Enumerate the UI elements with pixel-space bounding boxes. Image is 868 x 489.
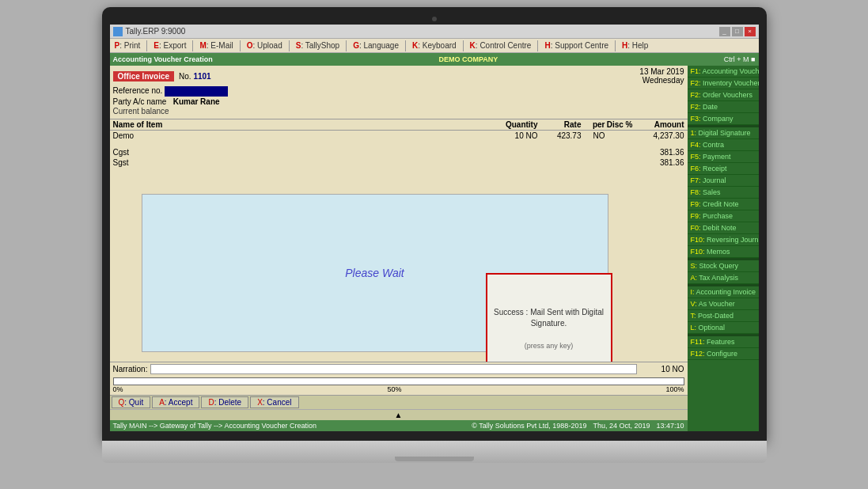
press-any-key: (press any key) — [525, 342, 574, 350]
status-bar: Tally MAIN --> Gateway of Tally --> Acco… — [110, 420, 688, 431]
table-row: Sgst 381.36 — [110, 157, 688, 168]
title-bar: Tally.ERP 9:9000 _ □ × — [110, 25, 759, 39]
sidebar-item-receipt[interactable]: F6: Receipt — [688, 163, 759, 175]
item-qty-demo: 10 NO — [491, 131, 538, 140]
party-row: Party A/c name Kumar Rane — [113, 97, 684, 106]
col-header-rate: Rate — [538, 120, 582, 129]
sidebar-item-order-vouchers[interactable]: F2: Order Vouchers — [688, 89, 759, 101]
invoice-date: 13 Mar 2019 Wednesday — [639, 67, 684, 85]
please-wait-text: Please Wait — [345, 267, 404, 279]
minimize-btn[interactable]: _ — [719, 27, 730, 36]
sidebar-item-tax-analysis[interactable]: A: Tax Analysis — [688, 272, 759, 284]
col-header-name: Name of Item — [113, 120, 491, 129]
table-row — [110, 141, 688, 147]
menu-support[interactable]: H: Support Centre — [540, 40, 613, 51]
item-name-demo: Demo — [113, 131, 491, 140]
item-amt-cgst: 381.36 — [633, 148, 684, 157]
balance-row: Current balance — [113, 107, 684, 116]
item-name-cgst: Cgst — [113, 148, 491, 157]
sidebar-item-digital-signature[interactable]: 1: Digital Signature — [688, 127, 759, 139]
sidebar-item-company[interactable]: F3: Company — [688, 113, 759, 125]
item-rate-demo: 423.73 — [538, 131, 582, 140]
content-area: Office Invoice No. 1101 13 Mar 2019 Wedn… — [110, 66, 688, 431]
item-disc-demo — [605, 131, 633, 140]
sidebar-item-inventory-vouchers[interactable]: F2: Inventory Vouchers — [688, 78, 759, 89]
sidebar-item-sales[interactable]: F8: Sales — [688, 187, 759, 199]
progress-bar — [113, 377, 684, 385]
company-name: DEMO COMPANY — [438, 55, 498, 63]
header-ctrl: Ctrl + M ■ — [724, 55, 756, 63]
sidebar-item-accounting-invoice[interactable]: I: Accounting Invoice — [688, 286, 759, 298]
cancel-button[interactable]: X: Cancel — [250, 396, 298, 408]
menu-email[interactable]: M: E-Mail — [195, 40, 237, 51]
narration-qty: 10 NO — [637, 365, 684, 373]
narration-label: Narration: — [113, 365, 148, 373]
status-right: © Tally Solutions Pvt Ltd, 1988-2019 Thu… — [472, 422, 684, 430]
menu-print[interactable]: P: Print — [110, 40, 146, 51]
progress-area: 0% 50% 100% — [110, 376, 688, 395]
menu-tallyshop[interactable]: S: TallyShop — [291, 40, 344, 51]
tally-screen: Tally.ERP 9:9000 _ □ × P: Print E: Expor… — [110, 25, 759, 431]
header-bar: Accounting Voucher Creation DEMO COMPANY… — [110, 53, 759, 66]
menu-help[interactable]: H: Help — [617, 40, 653, 51]
table-row: Cgst 381.36 — [110, 147, 688, 157]
maximize-btn[interactable]: □ — [732, 27, 743, 36]
sidebar-item-stock-query[interactable]: S: Stock Query — [688, 260, 759, 272]
table-row: Demo 10 NO 423.73 NO 4,237.30 — [110, 131, 688, 141]
narration-row: Narration: 10 NO — [110, 362, 688, 376]
sidebar-item-post-dated[interactable]: T: Post-Dated — [688, 310, 759, 322]
success-dialog: Success : Mail Sent with Digital Signatu… — [486, 273, 612, 362]
sidebar-item-features[interactable]: F11: Features — [688, 336, 759, 348]
menu-upload[interactable]: O: Upload — [242, 40, 287, 51]
sidebar-item-as-voucher[interactable]: V: As Voucher — [688, 298, 759, 310]
voucher-creation-label: Accounting Voucher Creation — [113, 55, 213, 63]
menu-bar: P: Print E: Export M: E-Mail O: Upload S… — [110, 39, 759, 53]
sidebar-item-date[interactable]: F2: Date — [688, 101, 759, 113]
sidebar-item-credit-note[interactable]: F9: Credit Note — [688, 199, 759, 210]
scroll-indicator: ▲ — [110, 409, 688, 420]
quit-button[interactable]: Q: Quit — [112, 396, 151, 408]
date-text: Thu, 24 Oct, 2019 — [593, 422, 650, 430]
trackpad-notch — [395, 457, 474, 461]
sidebar-item-payment[interactable]: F5: Payment — [688, 151, 759, 163]
close-btn[interactable]: × — [745, 27, 756, 36]
narration-input[interactable] — [150, 364, 636, 374]
col-header-qty: Quantity — [491, 120, 538, 129]
item-per-demo: NO — [582, 131, 605, 140]
sidebar-item-contra[interactable]: F4: Contra — [688, 139, 759, 151]
menu-export[interactable]: E: Export — [149, 40, 191, 51]
app-icon — [113, 27, 123, 36]
item-amt-sgst: 381.36 — [633, 158, 684, 167]
ref-row: Reference no. — [113, 86, 684, 97]
invoice-header: Office Invoice No. 1101 13 Mar 2019 Wedn… — [110, 66, 688, 119]
window-controls: _ □ × — [719, 27, 756, 36]
invoice-no-value: 1101 — [193, 72, 210, 81]
sidebar-item-reversing-journal[interactable]: F10: Reversing Journal — [688, 234, 759, 246]
sidebar-item-accounting-vouchers[interactable]: F1: Accounting Vouchers — [688, 66, 759, 78]
sidebar-item-debit-note[interactable]: F0: Debit Note — [688, 222, 759, 234]
party-name: Kumar Rane — [173, 97, 220, 106]
sidebar-item-memos[interactable]: F10: Memos — [688, 246, 759, 258]
menu-control-centre[interactable]: K: Control Centre — [465, 40, 536, 51]
table-header: Name of Item Quantity Rate per Disc % Am… — [110, 119, 688, 131]
menu-language[interactable]: G: Language — [348, 40, 404, 51]
sidebar-item-journal[interactable]: F7: Journal — [688, 175, 759, 187]
app-title: Tally.ERP 9:9000 — [126, 27, 186, 36]
menu-keyboard[interactable]: K: Keyboard — [407, 40, 461, 51]
col-header-amt: Amount — [633, 120, 684, 129]
sidebar-item-configure[interactable]: F12: Configure — [688, 348, 759, 360]
item-amt-demo: 4,237.30 — [633, 131, 684, 140]
col-header-per: per — [582, 120, 605, 129]
table-body: Demo 10 NO 423.73 NO 4,237.30 Cgst — [110, 131, 688, 362]
col-header-disc: Disc % — [605, 120, 633, 129]
sidebar-item-purchase[interactable]: F9: Purchase — [688, 210, 759, 222]
accept-button[interactable]: A: Accept — [152, 396, 199, 408]
ref-input[interactable] — [165, 86, 228, 97]
footer-bar: Q: Quit A: Accept D: Delete X: Cancel — [110, 395, 688, 409]
right-sidebar: F1: Accounting Vouchers F2: Inventory Vo… — [688, 66, 759, 431]
laptop-base — [102, 441, 767, 463]
main-area: Office Invoice No. 1101 13 Mar 2019 Wedn… — [110, 66, 759, 431]
delete-button[interactable]: D: Delete — [201, 396, 248, 408]
sidebar-item-optional[interactable]: L: Optional — [688, 322, 759, 334]
invoice-type-label: Office Invoice — [113, 71, 175, 82]
